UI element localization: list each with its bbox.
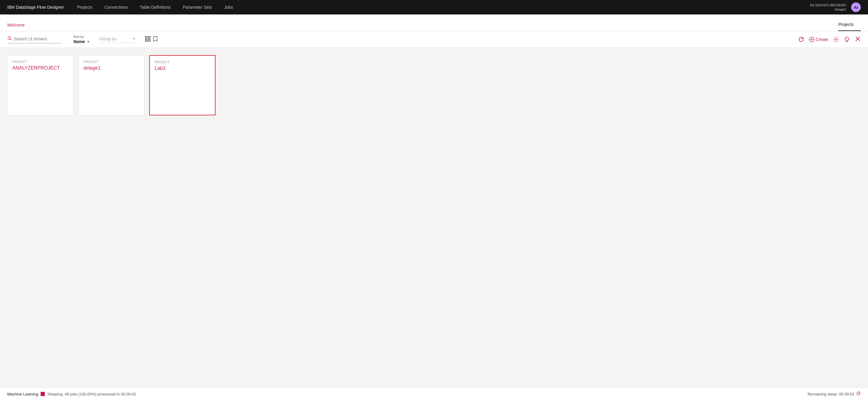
sub-header: Welcome Projects xyxy=(0,15,868,31)
search-icon xyxy=(7,36,12,42)
projects-tab[interactable]: Projects xyxy=(838,22,861,31)
app-brand: IBM DataStage Flow Designer xyxy=(7,5,64,10)
sort-chevron-icon: ▼ xyxy=(87,40,90,44)
user-info: IIS-SERVER.IBM.DEMO dstage1 xyxy=(810,3,846,12)
status-right: Remaining sleep: 05:59:53 xyxy=(807,391,861,397)
status-message: Sleeping. 49 jobs (100.00%) processed in… xyxy=(47,392,136,396)
welcome-link[interactable]: Welcome xyxy=(7,23,25,31)
group-by-chevron-icon: ▼ xyxy=(132,37,135,40)
svg-point-9 xyxy=(836,39,837,40)
main-content: PROJECT ANALYZERPROJECT PROJECT dstage1 … xyxy=(0,48,868,388)
toolbar-right: Create xyxy=(798,36,861,44)
project-name-1: dstage1 xyxy=(83,65,140,71)
projects-grid: PROJECT ANALYZERPROJECT PROJECT dstage1 … xyxy=(7,55,861,115)
settings-button[interactable] xyxy=(833,36,839,42)
nav-projects[interactable]: Projects xyxy=(76,5,94,10)
search-input[interactable] xyxy=(14,36,59,41)
sort-value: Name xyxy=(73,39,85,44)
nav-parameter-sets[interactable]: Parameter Sets xyxy=(182,5,213,10)
project-label-1: PROJECT xyxy=(83,60,140,63)
refresh-button[interactable] xyxy=(798,36,804,42)
remaining-label: Remaining sleep: 05:59:53 xyxy=(807,392,854,396)
project-card-dstage1[interactable]: PROJECT dstage1 xyxy=(78,55,145,115)
svg-rect-3 xyxy=(148,36,150,38)
group-by-label: Group by xyxy=(99,36,117,41)
avatar[interactable]: AI xyxy=(851,2,861,12)
top-nav-right: IIS-SERVER.IBM.DEMO dstage1 AI xyxy=(810,2,861,12)
project-name-2: Lab3 xyxy=(155,66,210,71)
environment-label: Machine Learning xyxy=(7,392,38,396)
user-username: dstage1 xyxy=(810,7,846,11)
sort-select[interactable]: Name ▼ xyxy=(73,39,90,44)
sort-group: Sort by Name ▼ xyxy=(73,35,90,44)
nav-links: Projects Connections Table Definitions P… xyxy=(76,5,810,10)
svg-rect-5 xyxy=(148,39,150,41)
nav-table-definitions[interactable]: Table Definitions xyxy=(139,5,172,10)
sort-label: Sort by xyxy=(73,35,90,38)
bookmark-button[interactable] xyxy=(153,36,158,43)
nav-connections[interactable]: Connections xyxy=(103,5,129,10)
status-bar: Machine Learning Sleeping. 49 jobs (100.… xyxy=(0,388,868,400)
svg-rect-4 xyxy=(145,39,147,41)
toolbar: Sort by Name ▼ Group by ▼ xyxy=(0,31,868,48)
search-wrapper xyxy=(7,36,61,44)
nav-jobs[interactable]: Jobs xyxy=(223,5,235,10)
svg-line-1 xyxy=(10,39,12,40)
create-label: Create xyxy=(816,37,828,42)
group-by-select[interactable]: Group by ▼ xyxy=(99,36,135,43)
status-refresh-icon[interactable] xyxy=(856,391,861,397)
close-button[interactable] xyxy=(855,36,861,44)
project-name-0: ANALYZERPROJECT xyxy=(12,65,68,71)
status-dot xyxy=(41,392,45,396)
tips-button[interactable] xyxy=(844,36,850,42)
svg-rect-2 xyxy=(145,36,147,38)
create-button[interactable]: Create xyxy=(809,37,828,42)
grid-view-button[interactable] xyxy=(145,36,151,43)
view-icons xyxy=(145,36,158,43)
project-label-0: PROJECT xyxy=(12,60,68,63)
top-navigation: IBM DataStage Flow Designer Projects Con… xyxy=(0,0,868,15)
user-server: IIS-SERVER.IBM.DEMO xyxy=(810,3,846,7)
project-card-analyzerproject[interactable]: PROJECT ANALYZERPROJECT xyxy=(7,55,73,115)
project-label-2: PROJECT xyxy=(155,61,210,64)
project-card-lab3[interactable]: PROJECT Lab3 xyxy=(149,55,216,115)
